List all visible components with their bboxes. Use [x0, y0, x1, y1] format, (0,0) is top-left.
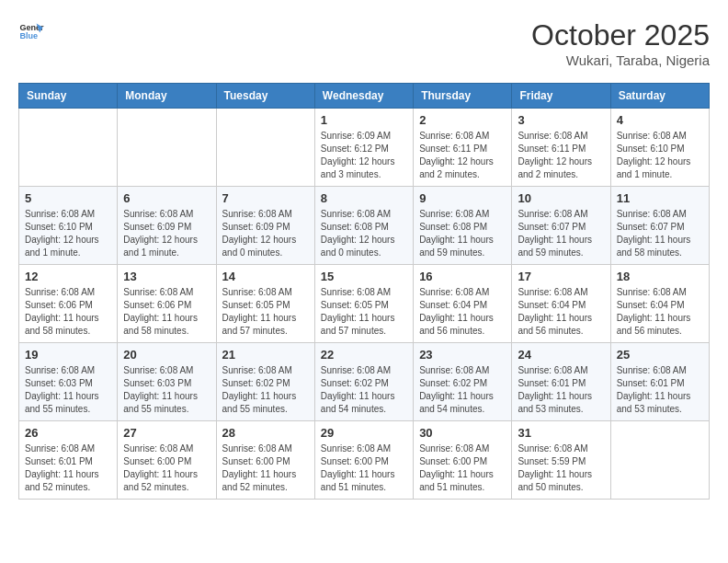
- day-number: 10: [518, 191, 604, 205]
- day-info: Sunrise: 6:08 AM Sunset: 6:00 PM Dayligh…: [123, 442, 210, 494]
- day-info: Sunrise: 6:08 AM Sunset: 6:01 PM Dayligh…: [25, 442, 111, 494]
- day-number: 14: [222, 270, 309, 283]
- day-number: 5: [25, 191, 111, 205]
- day-info: Sunrise: 6:08 AM Sunset: 6:00 PM Dayligh…: [419, 442, 506, 494]
- logo-icon: General Blue: [18, 18, 44, 44]
- day-info: Sunrise: 6:08 AM Sunset: 6:02 PM Dayligh…: [222, 364, 309, 416]
- day-info: Sunrise: 6:08 AM Sunset: 6:09 PM Dayligh…: [222, 208, 309, 259]
- day-info: Sunrise: 6:08 AM Sunset: 6:03 PM Dayligh…: [123, 364, 210, 416]
- calendar-cell: 18Sunrise: 6:08 AM Sunset: 6:04 PM Dayli…: [610, 265, 709, 343]
- day-info: Sunrise: 6:08 AM Sunset: 6:00 PM Dayligh…: [222, 442, 309, 494]
- calendar-cell: 25Sunrise: 6:08 AM Sunset: 6:01 PM Dayli…: [610, 343, 709, 421]
- day-number: 8: [321, 191, 407, 205]
- day-number: 21: [222, 348, 309, 362]
- day-header-wednesday: Wednesday: [314, 84, 413, 109]
- day-number: 17: [518, 270, 604, 283]
- day-header-thursday: Thursday: [414, 84, 512, 109]
- day-number: 26: [25, 426, 111, 440]
- calendar-cell: [610, 421, 709, 500]
- week-row-2: 5Sunrise: 6:08 AM Sunset: 6:10 PM Daylig…: [19, 187, 710, 265]
- calendar-cell: [118, 109, 216, 187]
- day-number: 27: [123, 426, 210, 440]
- day-number: 7: [222, 191, 309, 205]
- logo: General Blue: [18, 18, 44, 44]
- day-info: Sunrise: 6:08 AM Sunset: 6:10 PM Dayligh…: [617, 130, 703, 181]
- day-info: Sunrise: 6:08 AM Sunset: 6:04 PM Dayligh…: [617, 286, 703, 338]
- week-row-3: 12Sunrise: 6:08 AM Sunset: 6:06 PM Dayli…: [19, 265, 710, 343]
- calendar-cell: 6Sunrise: 6:08 AM Sunset: 6:09 PM Daylig…: [118, 187, 216, 265]
- calendar-cell: 30Sunrise: 6:08 AM Sunset: 6:00 PM Dayli…: [414, 421, 512, 500]
- day-info: Sunrise: 6:08 AM Sunset: 6:03 PM Dayligh…: [25, 364, 111, 416]
- day-number: 13: [123, 270, 210, 283]
- week-row-1: 1Sunrise: 6:09 AM Sunset: 6:12 PM Daylig…: [19, 109, 710, 187]
- day-header-monday: Monday: [118, 84, 216, 109]
- day-info: Sunrise: 6:08 AM Sunset: 6:08 PM Dayligh…: [419, 208, 506, 259]
- calendar-cell: 13Sunrise: 6:08 AM Sunset: 6:06 PM Dayli…: [118, 265, 216, 343]
- calendar-cell: 12Sunrise: 6:08 AM Sunset: 6:06 PM Dayli…: [19, 265, 118, 343]
- calendar-cell: 23Sunrise: 6:08 AM Sunset: 6:02 PM Dayli…: [414, 343, 512, 421]
- page-header: General Blue October 2025 Wukari, Taraba…: [18, 18, 710, 68]
- calendar-cell: 27Sunrise: 6:08 AM Sunset: 6:00 PM Dayli…: [118, 421, 216, 500]
- day-info: Sunrise: 6:08 AM Sunset: 6:10 PM Dayligh…: [25, 208, 111, 259]
- calendar-cell: 4Sunrise: 6:08 AM Sunset: 6:10 PM Daylig…: [610, 109, 709, 187]
- location: Wukari, Taraba, Nigeria: [531, 52, 710, 68]
- day-number: 23: [419, 348, 506, 362]
- day-info: Sunrise: 6:08 AM Sunset: 6:04 PM Dayligh…: [419, 286, 506, 338]
- day-number: 30: [419, 426, 506, 440]
- day-number: 6: [123, 191, 210, 205]
- calendar-cell: 14Sunrise: 6:08 AM Sunset: 6:05 PM Dayli…: [216, 265, 314, 343]
- calendar-cell: [216, 109, 314, 187]
- day-number: 2: [419, 113, 506, 127]
- calendar-cell: 5Sunrise: 6:08 AM Sunset: 6:10 PM Daylig…: [19, 187, 118, 265]
- calendar-cell: 8Sunrise: 6:08 AM Sunset: 6:08 PM Daylig…: [314, 187, 413, 265]
- day-info: Sunrise: 6:08 AM Sunset: 6:05 PM Dayligh…: [222, 286, 309, 338]
- calendar-cell: 26Sunrise: 6:08 AM Sunset: 6:01 PM Dayli…: [19, 421, 118, 500]
- day-info: Sunrise: 6:09 AM Sunset: 6:12 PM Dayligh…: [321, 130, 407, 181]
- day-info: Sunrise: 6:08 AM Sunset: 6:02 PM Dayligh…: [321, 364, 407, 416]
- calendar-cell: 24Sunrise: 6:08 AM Sunset: 6:01 PM Dayli…: [512, 343, 610, 421]
- calendar-cell: 19Sunrise: 6:08 AM Sunset: 6:03 PM Dayli…: [19, 343, 118, 421]
- day-info: Sunrise: 6:08 AM Sunset: 5:59 PM Dayligh…: [518, 442, 604, 494]
- day-info: Sunrise: 6:08 AM Sunset: 6:02 PM Dayligh…: [419, 364, 506, 416]
- day-number: 18: [617, 270, 703, 283]
- day-header-sunday: Sunday: [19, 84, 118, 109]
- day-info: Sunrise: 6:08 AM Sunset: 6:07 PM Dayligh…: [617, 208, 703, 259]
- calendar-cell: 10Sunrise: 6:08 AM Sunset: 6:07 PM Dayli…: [512, 187, 610, 265]
- day-number: 31: [518, 426, 604, 440]
- week-row-5: 26Sunrise: 6:08 AM Sunset: 6:01 PM Dayli…: [19, 421, 710, 500]
- day-number: 19: [25, 348, 111, 362]
- svg-text:Blue: Blue: [19, 31, 38, 40]
- calendar-cell: 1Sunrise: 6:09 AM Sunset: 6:12 PM Daylig…: [314, 109, 413, 187]
- calendar-cell: 31Sunrise: 6:08 AM Sunset: 5:59 PM Dayli…: [512, 421, 610, 500]
- day-info: Sunrise: 6:08 AM Sunset: 6:07 PM Dayligh…: [518, 208, 604, 259]
- calendar-cell: 2Sunrise: 6:08 AM Sunset: 6:11 PM Daylig…: [414, 109, 512, 187]
- day-number: 16: [419, 270, 506, 283]
- day-info: Sunrise: 6:08 AM Sunset: 6:00 PM Dayligh…: [321, 442, 407, 494]
- day-number: 11: [617, 191, 703, 205]
- day-number: 9: [419, 191, 506, 205]
- day-info: Sunrise: 6:08 AM Sunset: 6:04 PM Dayligh…: [518, 286, 604, 338]
- day-header-tuesday: Tuesday: [216, 84, 314, 109]
- day-number: 29: [321, 426, 407, 440]
- calendar-cell: 16Sunrise: 6:08 AM Sunset: 6:04 PM Dayli…: [414, 265, 512, 343]
- day-info: Sunrise: 6:08 AM Sunset: 6:11 PM Dayligh…: [518, 130, 604, 181]
- day-info: Sunrise: 6:08 AM Sunset: 6:09 PM Dayligh…: [123, 208, 210, 259]
- day-number: 24: [518, 348, 604, 362]
- day-header-friday: Friday: [512, 84, 610, 109]
- day-info: Sunrise: 6:08 AM Sunset: 6:01 PM Dayligh…: [518, 364, 604, 416]
- day-number: 3: [518, 113, 604, 127]
- calendar-cell: 20Sunrise: 6:08 AM Sunset: 6:03 PM Dayli…: [118, 343, 216, 421]
- day-info: Sunrise: 6:08 AM Sunset: 6:06 PM Dayligh…: [25, 286, 111, 338]
- day-number: 28: [222, 426, 309, 440]
- calendar-cell: 21Sunrise: 6:08 AM Sunset: 6:02 PM Dayli…: [216, 343, 314, 421]
- day-number: 1: [321, 113, 407, 127]
- month-title: October 2025: [531, 18, 710, 52]
- day-header-saturday: Saturday: [610, 84, 709, 109]
- day-number: 20: [123, 348, 210, 362]
- calendar-cell: 3Sunrise: 6:08 AM Sunset: 6:11 PM Daylig…: [512, 109, 610, 187]
- calendar-cell: 17Sunrise: 6:08 AM Sunset: 6:04 PM Dayli…: [512, 265, 610, 343]
- calendar-cell: 9Sunrise: 6:08 AM Sunset: 6:08 PM Daylig…: [414, 187, 512, 265]
- day-number: 25: [617, 348, 703, 362]
- day-info: Sunrise: 6:08 AM Sunset: 6:01 PM Dayligh…: [617, 364, 703, 416]
- calendar-cell: 29Sunrise: 6:08 AM Sunset: 6:00 PM Dayli…: [314, 421, 413, 500]
